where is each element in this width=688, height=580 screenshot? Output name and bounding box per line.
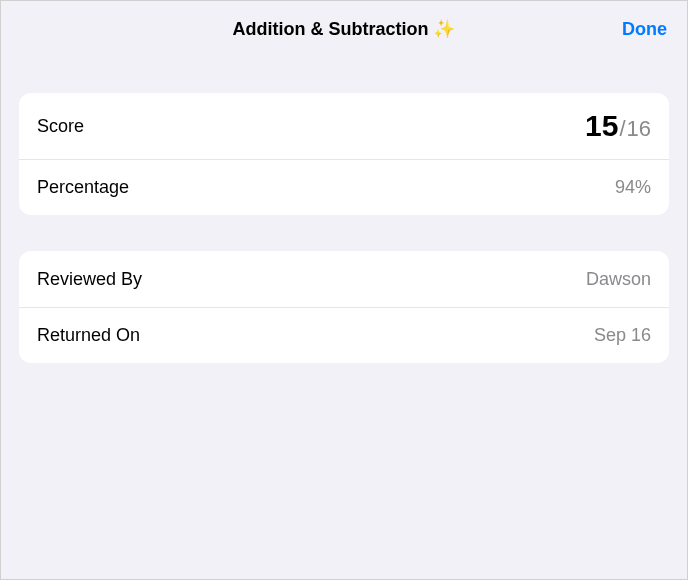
- score-row: Score 15 / 16: [19, 93, 669, 159]
- reviewed-by-row: Reviewed By Dawson: [19, 251, 669, 307]
- reviewed-by-value: Dawson: [586, 269, 651, 290]
- score-separator: /: [619, 116, 625, 142]
- done-button[interactable]: Done: [622, 19, 667, 40]
- header: Addition & Subtraction ✨ Done: [1, 1, 687, 57]
- score-label: Score: [37, 116, 84, 137]
- reviewed-by-label: Reviewed By: [37, 269, 142, 290]
- page-title: Addition & Subtraction ✨: [233, 18, 456, 40]
- score-total: 16: [627, 116, 651, 142]
- percentage-value: 94%: [615, 177, 651, 198]
- returned-on-label: Returned On: [37, 325, 140, 346]
- score-earned: 15: [585, 109, 618, 143]
- score-card: Score 15 / 16 Percentage 94%: [19, 93, 669, 215]
- review-card: Reviewed By Dawson Returned On Sep 16: [19, 251, 669, 363]
- percentage-label: Percentage: [37, 177, 129, 198]
- returned-on-value: Sep 16: [594, 325, 651, 346]
- percentage-row: Percentage 94%: [19, 159, 669, 215]
- content: Score 15 / 16 Percentage 94% Reviewed By…: [1, 57, 687, 363]
- score-value: 15 / 16: [585, 109, 651, 143]
- returned-on-row: Returned On Sep 16: [19, 307, 669, 363]
